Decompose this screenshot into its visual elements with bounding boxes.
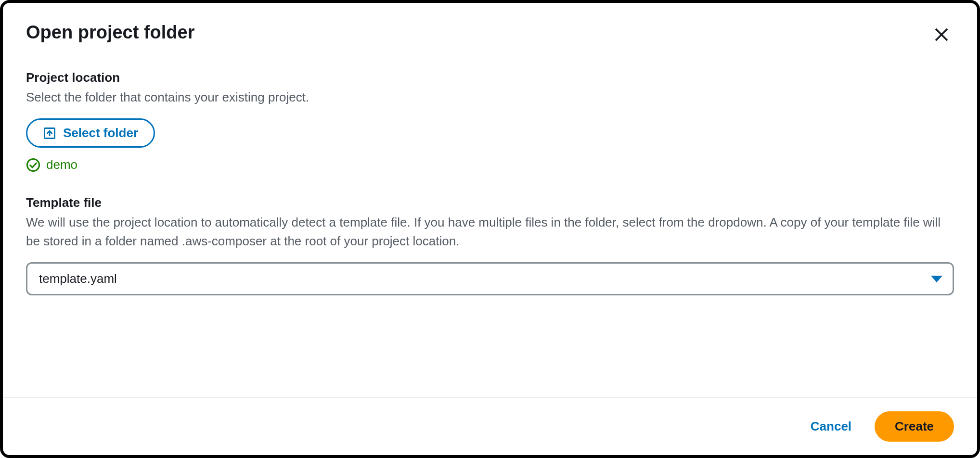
create-button[interactable]: Create: [875, 411, 954, 442]
dialog-title: Open project folder: [26, 22, 194, 43]
dialog-body: Project location Select the folder that …: [3, 47, 977, 397]
cancel-button[interactable]: Cancel: [799, 412, 863, 441]
svg-point-3: [27, 159, 39, 171]
template-file-description: We will use the project location to auto…: [26, 213, 954, 251]
project-location-section: Project location Select the folder that …: [26, 70, 954, 172]
project-location-heading: Project location: [26, 70, 954, 85]
select-folder-label: Select folder: [63, 126, 138, 140]
template-file-section: Template file We will use the project lo…: [26, 195, 954, 295]
template-select-wrapper: template.yaml: [26, 262, 954, 295]
template-file-select[interactable]: template.yaml: [26, 262, 954, 295]
dialog-header: Open project folder: [3, 3, 977, 47]
selected-folder-name: demo: [46, 157, 77, 172]
project-location-description: Select the folder that contains your exi…: [26, 88, 954, 107]
upload-folder-icon: [43, 127, 56, 140]
close-button[interactable]: [929, 22, 954, 47]
close-icon: [933, 26, 950, 43]
open-project-dialog: Open project folder Project location Sel…: [0, 0, 980, 458]
dialog-footer: Cancel Create: [3, 397, 977, 455]
select-folder-button[interactable]: Select folder: [26, 118, 155, 148]
selected-folder-status: demo: [26, 157, 954, 172]
template-file-heading: Template file: [26, 195, 954, 210]
check-circle-icon: [26, 158, 40, 172]
